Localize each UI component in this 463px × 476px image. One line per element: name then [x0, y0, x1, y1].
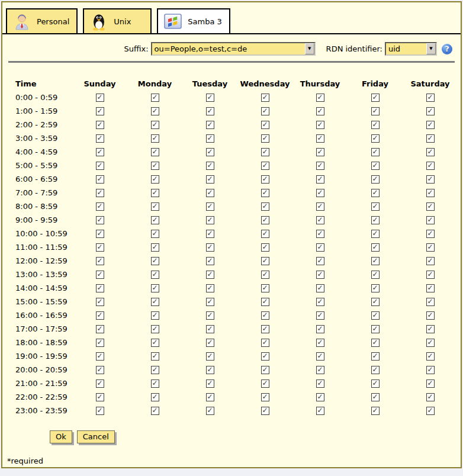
day-checkbox[interactable]: ✓: [261, 352, 269, 361]
day-checkbox[interactable]: ✓: [151, 366, 159, 374]
day-checkbox[interactable]: ✓: [96, 339, 104, 347]
day-checkbox[interactable]: ✓: [151, 216, 159, 224]
day-checkbox[interactable]: ✓: [151, 175, 159, 184]
day-checkbox[interactable]: ✓: [371, 271, 380, 279]
day-checkbox[interactable]: ✓: [426, 121, 435, 129]
day-checkbox[interactable]: ✓: [426, 407, 435, 415]
day-checkbox[interactable]: ✓: [316, 284, 324, 292]
day-checkbox[interactable]: ✓: [151, 325, 159, 333]
day-checkbox[interactable]: ✓: [371, 243, 380, 252]
day-checkbox[interactable]: ✓: [316, 202, 324, 211]
day-checkbox[interactable]: ✓: [96, 311, 104, 320]
day-checkbox[interactable]: ✓: [316, 243, 324, 252]
day-checkbox[interactable]: ✓: [371, 107, 380, 115]
day-checkbox[interactable]: ✓: [151, 162, 159, 170]
day-checkbox[interactable]: ✓: [316, 366, 324, 374]
day-checkbox[interactable]: ✓: [96, 379, 104, 388]
day-checkbox[interactable]: ✓: [426, 284, 435, 292]
day-checkbox[interactable]: ✓: [96, 243, 104, 252]
day-checkbox[interactable]: ✓: [371, 352, 380, 361]
day-checkbox[interactable]: ✓: [371, 162, 380, 170]
day-checkbox[interactable]: ✓: [151, 243, 159, 252]
day-checkbox[interactable]: ✓: [426, 257, 435, 265]
day-checkbox[interactable]: ✓: [426, 94, 435, 102]
day-checkbox[interactable]: ✓: [96, 148, 104, 156]
cancel-button[interactable]: Cancel: [77, 430, 115, 443]
day-checkbox[interactable]: ✓: [261, 407, 269, 415]
day-checkbox[interactable]: ✓: [206, 325, 214, 333]
day-checkbox[interactable]: ✓: [261, 230, 269, 238]
day-checkbox[interactable]: ✓: [151, 352, 159, 361]
day-checkbox[interactable]: ✓: [261, 257, 269, 265]
day-checkbox[interactable]: ✓: [151, 189, 159, 197]
day-checkbox[interactable]: ✓: [426, 162, 435, 170]
day-checkbox[interactable]: ✓: [96, 257, 104, 265]
day-checkbox[interactable]: ✓: [371, 366, 380, 374]
day-checkbox[interactable]: ✓: [426, 393, 435, 401]
day-checkbox[interactable]: ✓: [206, 216, 214, 224]
day-checkbox[interactable]: ✓: [206, 202, 214, 211]
day-checkbox[interactable]: ✓: [206, 379, 214, 388]
day-checkbox[interactable]: ✓: [261, 202, 269, 211]
day-checkbox[interactable]: ✓: [261, 393, 269, 401]
day-checkbox[interactable]: ✓: [206, 189, 214, 197]
day-checkbox[interactable]: ✓: [371, 407, 380, 415]
day-checkbox[interactable]: ✓: [206, 271, 214, 279]
day-checkbox[interactable]: ✓: [371, 311, 380, 320]
tab-personal[interactable]: Personal: [6, 8, 78, 33]
day-checkbox[interactable]: ✓: [316, 325, 324, 333]
day-checkbox[interactable]: ✓: [261, 379, 269, 388]
day-checkbox[interactable]: ✓: [206, 94, 214, 102]
day-checkbox[interactable]: ✓: [151, 230, 159, 238]
day-checkbox[interactable]: ✓: [206, 121, 214, 129]
day-checkbox[interactable]: ✓: [316, 352, 324, 361]
day-checkbox[interactable]: ✓: [426, 379, 435, 388]
day-checkbox[interactable]: ✓: [151, 107, 159, 115]
ok-button[interactable]: Ok: [50, 430, 72, 443]
day-checkbox[interactable]: ✓: [151, 393, 159, 401]
day-checkbox[interactable]: ✓: [371, 94, 380, 102]
day-checkbox[interactable]: ✓: [96, 107, 104, 115]
day-checkbox[interactable]: ✓: [371, 121, 380, 129]
day-checkbox[interactable]: ✓: [96, 352, 104, 361]
day-checkbox[interactable]: ✓: [96, 216, 104, 224]
day-checkbox[interactable]: ✓: [96, 271, 104, 279]
chevron-down-icon[interactable]: ▼: [426, 43, 436, 54]
day-checkbox[interactable]: ✓: [151, 311, 159, 320]
day-checkbox[interactable]: ✓: [96, 94, 104, 102]
day-checkbox[interactable]: ✓: [371, 325, 380, 333]
day-checkbox[interactable]: ✓: [316, 311, 324, 320]
day-checkbox[interactable]: ✓: [426, 325, 435, 333]
day-checkbox[interactable]: ✓: [371, 202, 380, 211]
day-checkbox[interactable]: ✓: [206, 257, 214, 265]
day-checkbox[interactable]: ✓: [206, 352, 214, 361]
day-checkbox[interactable]: ✓: [206, 230, 214, 238]
day-checkbox[interactable]: ✓: [206, 175, 214, 184]
suffix-select[interactable]: ou=People,o=test,c=de ▼: [151, 42, 316, 56]
day-checkbox[interactable]: ✓: [261, 298, 269, 306]
day-checkbox[interactable]: ✓: [261, 271, 269, 279]
day-checkbox[interactable]: ✓: [96, 284, 104, 292]
day-checkbox[interactable]: ✓: [426, 189, 435, 197]
day-checkbox[interactable]: ✓: [261, 284, 269, 292]
day-checkbox[interactable]: ✓: [426, 134, 435, 143]
day-checkbox[interactable]: ✓: [371, 284, 380, 292]
day-checkbox[interactable]: ✓: [316, 189, 324, 197]
day-checkbox[interactable]: ✓: [371, 230, 380, 238]
day-checkbox[interactable]: ✓: [206, 243, 214, 252]
day-checkbox[interactable]: ✓: [261, 175, 269, 184]
rdn-select[interactable]: uid ▼: [385, 42, 437, 56]
day-checkbox[interactable]: ✓: [261, 216, 269, 224]
day-checkbox[interactable]: ✓: [261, 325, 269, 333]
tab-unix[interactable]: Unix: [83, 8, 152, 33]
day-checkbox[interactable]: ✓: [316, 407, 324, 415]
day-checkbox[interactable]: ✓: [151, 339, 159, 347]
day-checkbox[interactable]: ✓: [371, 148, 380, 156]
day-checkbox[interactable]: ✓: [151, 148, 159, 156]
day-checkbox[interactable]: ✓: [96, 393, 104, 401]
day-checkbox[interactable]: ✓: [316, 230, 324, 238]
day-checkbox[interactable]: ✓: [96, 175, 104, 184]
day-checkbox[interactable]: ✓: [96, 325, 104, 333]
day-checkbox[interactable]: ✓: [426, 366, 435, 374]
day-checkbox[interactable]: ✓: [316, 339, 324, 347]
